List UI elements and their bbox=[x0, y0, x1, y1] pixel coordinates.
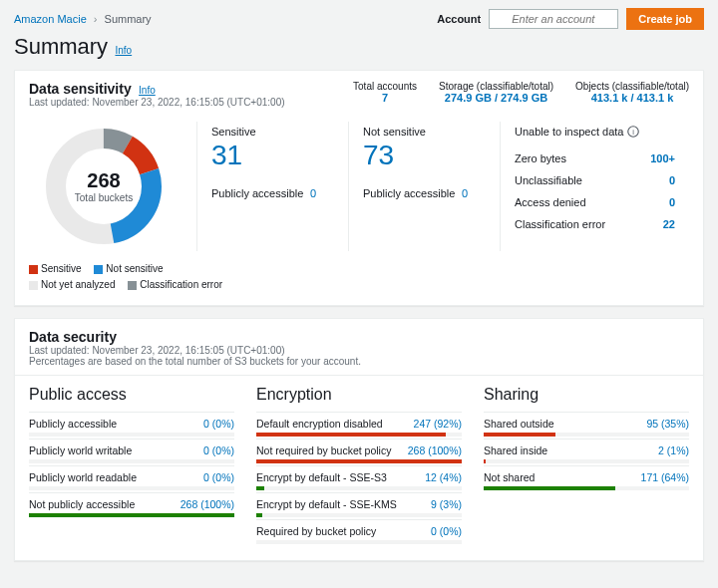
metric-bar bbox=[484, 486, 689, 490]
metric-row: Encrypt by default - SSE-KMS9 (3%) bbox=[256, 492, 462, 519]
encryption-col: Encryption Default encryption disabled24… bbox=[256, 386, 462, 546]
sensitivity-title: Data sensitivity bbox=[29, 81, 132, 97]
metric-value[interactable]: 9 (3%) bbox=[431, 498, 462, 510]
head-stat-value[interactable]: 413.1 k / 413.1 k bbox=[575, 92, 689, 104]
security-note: Percentages are based on the total numbe… bbox=[29, 356, 689, 367]
metric-value[interactable]: 268 (100%) bbox=[180, 498, 234, 510]
head-stat-label: Objects (classifiable/total) bbox=[575, 81, 689, 92]
page-info-link[interactable]: Info bbox=[115, 45, 132, 56]
metric-value[interactable]: 2 (1%) bbox=[658, 444, 689, 456]
notsensitive-label: Not sensitive bbox=[363, 126, 468, 138]
metric-value[interactable]: 247 (92%) bbox=[414, 418, 462, 430]
sensitive-label: Sensitive bbox=[211, 126, 316, 138]
public-access-col: Public access Publicly accessible0 (0%)P… bbox=[29, 386, 234, 546]
breadcrumb: Amazon Macie › Summary bbox=[14, 13, 152, 25]
sensitivity-head-stats: Total accounts7Storage (classifiable/tot… bbox=[353, 81, 689, 104]
account-label: Account bbox=[437, 13, 481, 25]
encryption-title: Encryption bbox=[256, 386, 462, 404]
data-sensitivity-panel: Data sensitivity Info Last updated: Nove… bbox=[14, 70, 704, 306]
metric-value[interactable]: 0 (0%) bbox=[203, 471, 234, 483]
sensitivity-updated: Last updated: November 23, 2022, 16:15:0… bbox=[29, 97, 285, 108]
public-access-title: Public access bbox=[29, 386, 234, 404]
metric-row: Required by bucket policy0 (0%) bbox=[256, 519, 462, 546]
donut-label: Total buckets bbox=[39, 192, 169, 203]
account-search-input[interactable] bbox=[489, 9, 618, 29]
metric-row: Default encryption disabled247 (92%) bbox=[256, 412, 462, 439]
security-title: Data security bbox=[29, 329, 689, 345]
metric-bar bbox=[256, 540, 462, 544]
sharing-title: Sharing bbox=[484, 386, 689, 404]
metric-bar bbox=[256, 513, 462, 517]
metric-label: Not shared bbox=[484, 471, 535, 483]
head-stat-label: Total accounts bbox=[353, 81, 417, 92]
metric-row: Shared outside95 (35%) bbox=[484, 412, 689, 439]
metric-label: Encrypt by default - SSE-S3 bbox=[256, 471, 387, 483]
metric-row: Not shared171 (64%) bbox=[484, 465, 689, 492]
svg-text:i: i bbox=[633, 128, 635, 137]
metric-bar bbox=[256, 433, 462, 437]
account-search bbox=[489, 9, 618, 29]
security-updated: Last updated: November 23, 2022, 16:15:0… bbox=[29, 345, 689, 356]
inspect-row-value[interactable]: 100+ bbox=[650, 152, 675, 164]
inspect-row-value[interactable]: 22 bbox=[663, 218, 675, 230]
metric-label: Not required by bucket policy bbox=[256, 444, 391, 456]
info-icon[interactable]: i bbox=[627, 126, 639, 138]
metric-row: Shared inside2 (1%) bbox=[484, 439, 689, 465]
page-title: Summary bbox=[14, 34, 108, 59]
notsensitive-pub-value[interactable]: 0 bbox=[462, 187, 468, 199]
head-stat-value[interactable]: 7 bbox=[353, 92, 417, 104]
metric-value[interactable]: 95 (35%) bbox=[646, 418, 689, 430]
breadcrumb-root[interactable]: Amazon Macie bbox=[14, 13, 87, 25]
data-security-panel: Data security Last updated: November 23,… bbox=[14, 318, 704, 561]
inspect-row-label: Access denied bbox=[515, 196, 586, 208]
metric-bar bbox=[29, 433, 234, 437]
metric-bar bbox=[29, 459, 234, 463]
metric-value[interactable]: 12 (4%) bbox=[425, 471, 462, 483]
sensitivity-info-link[interactable]: Info bbox=[139, 85, 156, 96]
metric-bar bbox=[256, 486, 462, 490]
metric-label: Encrypt by default - SSE-KMS bbox=[256, 498, 397, 510]
metric-value[interactable]: 268 (100%) bbox=[408, 444, 462, 456]
metric-bar bbox=[256, 459, 462, 463]
metric-label: Not publicly accessible bbox=[29, 498, 135, 510]
metric-label: Publicly world readable bbox=[29, 471, 137, 483]
metric-value[interactable]: 0 (0%) bbox=[203, 418, 234, 430]
metric-label: Shared inside bbox=[484, 444, 547, 456]
metric-value[interactable]: 0 (0%) bbox=[431, 525, 462, 537]
metric-value[interactable]: 0 (0%) bbox=[203, 444, 234, 456]
inspect-row-label: Unclassifiable bbox=[515, 174, 582, 186]
metric-label: Shared outside bbox=[484, 418, 554, 430]
metric-bar bbox=[29, 486, 234, 490]
metric-row: Not publicly accessible268 (100%) bbox=[29, 492, 234, 519]
metric-row: Publicly accessible0 (0%) bbox=[29, 412, 234, 439]
sharing-col: Sharing Shared outside95 (35%)Shared ins… bbox=[484, 386, 689, 546]
metric-bar bbox=[484, 459, 689, 463]
head-stat-value[interactable]: 274.9 GB / 274.9 GB bbox=[439, 92, 553, 104]
donut-legend: Sensitive Not sensitive Not yet analyzed… bbox=[15, 255, 703, 305]
metric-row: Not required by bucket policy268 (100%) bbox=[256, 439, 462, 465]
metric-bar bbox=[484, 433, 689, 437]
inspect-row-label: Zero bytes bbox=[515, 152, 566, 164]
inspect-title: Unable to inspect data bbox=[515, 126, 623, 138]
notsensitive-pub-label: Publicly accessible bbox=[363, 187, 455, 199]
inspect-row-value[interactable]: 0 bbox=[669, 174, 675, 186]
metric-row: Publicly world writable0 (0%) bbox=[29, 439, 234, 465]
breadcrumb-current: Summary bbox=[105, 13, 152, 25]
metric-label: Default encryption disabled bbox=[256, 418, 383, 430]
metric-row: Encrypt by default - SSE-S312 (4%) bbox=[256, 465, 462, 492]
sensitive-value[interactable]: 31 bbox=[211, 140, 316, 171]
metric-label: Publicly world writable bbox=[29, 444, 132, 456]
metric-row: Publicly world readable0 (0%) bbox=[29, 465, 234, 492]
sensitive-pub-label: Publicly accessible bbox=[211, 187, 303, 199]
notsensitive-value[interactable]: 73 bbox=[363, 140, 468, 171]
inspect-row-value[interactable]: 0 bbox=[669, 196, 675, 208]
sensitivity-donut: 268 Total buckets bbox=[39, 122, 169, 251]
inspect-row-label: Classification error bbox=[515, 218, 605, 230]
metric-bar bbox=[29, 513, 234, 517]
create-job-button[interactable]: Create job bbox=[626, 8, 704, 30]
metric-label: Publicly accessible bbox=[29, 418, 117, 430]
metric-value[interactable]: 171 (64%) bbox=[641, 471, 689, 483]
sensitive-pub-value[interactable]: 0 bbox=[310, 187, 316, 199]
metric-label: Required by bucket policy bbox=[256, 525, 376, 537]
head-stat-label: Storage (classifiable/total) bbox=[439, 81, 553, 92]
